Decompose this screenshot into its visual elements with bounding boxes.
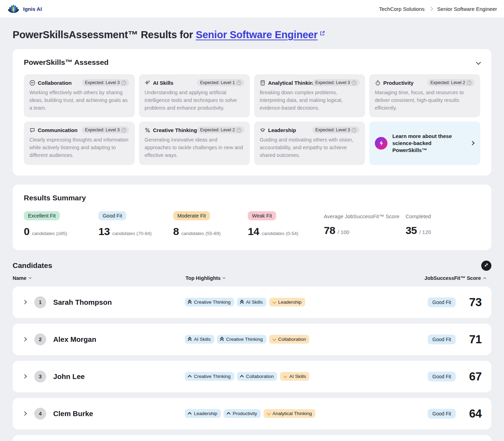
highlight-badge: Collaboration (269, 335, 310, 344)
trend-chevron-icon (188, 411, 192, 416)
skill-grid: Collaboration Expected: Level 3? Working… (24, 74, 480, 165)
breadcrumb: TechCorp Solutions Senior Software Engin… (379, 6, 497, 12)
expected-level-badge[interactable]: Expected: Level 2? (197, 126, 244, 133)
highlight-badge: Collaboration (237, 372, 278, 381)
help-icon[interactable]: ? (121, 128, 126, 132)
row-expand-chevron-icon[interactable] (22, 374, 27, 379)
column-name[interactable]: Name (13, 275, 31, 281)
highlight-badge: AI Skills (237, 298, 266, 306)
row-expand-chevron-icon[interactable] (22, 300, 27, 304)
speech-bubble-icon (29, 127, 35, 133)
trend-chevron-icon (272, 300, 276, 304)
skill-description: Understanding and applying artificial in… (145, 89, 244, 112)
fit-badge: Good Fit (428, 409, 456, 419)
rank-badge: 1 (34, 296, 46, 308)
help-icon[interactable]: ? (237, 128, 241, 132)
stat-sub: candidates (55-69) (181, 231, 221, 236)
highlight-badges: Leadership Productivity Analytical Think… (185, 409, 315, 418)
fit-badge: Good Fit (428, 372, 456, 381)
expand-table-button[interactable] (481, 261, 491, 271)
candidate-row[interactable]: 3 John Lee Creative Thinking Collaborati… (13, 361, 491, 392)
stat-moderate-fit: Moderate Fit 8candidates (55-69) (173, 211, 248, 237)
excellent-fit-badge: Excellent Fit (24, 211, 60, 220)
skill-description: Managing time, focus, and resources to d… (375, 89, 475, 112)
page-title: PowerSkillsAssessment™ Results for Senio… (13, 27, 491, 41)
trend-chevron-icon (188, 300, 192, 304)
average-score-value: 78 (324, 225, 335, 236)
role-link[interactable]: Senior Software Engineer (196, 29, 317, 40)
column-score[interactable]: JobSuccessFit™ Score (425, 275, 486, 281)
powerskills-title: PowerSkills™ Assessed (24, 58, 108, 67)
expected-level-badge[interactable]: Expected: Level 3? (82, 79, 129, 86)
creative-spark-icon (145, 127, 150, 133)
stat-completed: Completed 35/ 120 (406, 211, 480, 236)
brand[interactable]: Ignis AI (7, 2, 42, 15)
row-expand-chevron-icon[interactable] (22, 337, 27, 342)
column-top-highlights[interactable]: Top Highlights (186, 275, 225, 281)
candidate-rows: 1 Sarah Thompson Creative Thinking AI Sk… (13, 287, 491, 441)
lotus-logo-icon (7, 2, 20, 15)
trend-chevron-icon (272, 337, 276, 342)
results-summary-title: Results Summary (24, 194, 480, 202)
highlight-badges: Creative Thinking AI Skills Leadership (185, 298, 305, 306)
score-value: 71 (463, 333, 482, 346)
breadcrumb-chevron-icon (429, 7, 433, 11)
completed-label: Completed (406, 211, 480, 219)
help-icon[interactable]: ? (352, 128, 356, 132)
candidate-row[interactable]: 4 Clem Burke Leadership Productivity Ana… (13, 398, 491, 429)
help-icon[interactable]: ? (352, 81, 356, 85)
sort-chevron-down-icon (28, 276, 31, 279)
results-summary-card: Results Summary Excellent Fit 0candidate… (13, 185, 491, 250)
highlight-badge: Analytical Thinking (264, 409, 315, 418)
expected-level-badge[interactable]: Expected: Level 1? (197, 79, 244, 86)
external-link-icon[interactable] (320, 27, 325, 39)
brand-name: Ignis AI (23, 6, 42, 12)
trend-chevron-icon (227, 411, 231, 416)
sort-chevron-up-icon (483, 277, 486, 280)
skill-name: Creative Thinking (153, 127, 197, 133)
stat-good-fit: Good Fit 13candidates (70-84) (98, 211, 173, 237)
candidate-row[interactable]: 2 Alex Morgan AI Skills Creative Thinkin… (13, 324, 491, 355)
stats-row: Excellent Fit 0candidates (≥85) Good Fit… (24, 211, 480, 237)
learn-more-label: Learn more about these science-backed Po… (392, 133, 466, 154)
candidates-title: Candidates (13, 261, 52, 270)
collapse-chevron-icon[interactable] (476, 60, 481, 65)
highlight-badge: Leadership (185, 409, 221, 418)
good-fit-badge: Good Fit (98, 211, 126, 220)
stat-average-score: Average JobSuccessFit™ Score 78/ 100 (324, 211, 405, 236)
page-title-text: PowerSkillsAssessment™ Results for (13, 29, 193, 40)
learn-more-card[interactable]: Learn more about these science-backed Po… (369, 122, 480, 165)
skill-name: Analytical Thinking (268, 80, 316, 86)
help-icon[interactable]: ? (467, 81, 471, 85)
stat-value: 8 (173, 226, 179, 237)
help-icon[interactable]: ? (121, 81, 126, 85)
highlight-badge: Leadership (269, 298, 305, 306)
skill-description: Breaking down complex problems, interpre… (260, 89, 359, 112)
stat-weak-fit: Weak Fit 14candidates (0-54) (248, 211, 324, 237)
candidate-row[interactable]: 1 Sarah Thompson Creative Thinking AI Sk… (13, 287, 491, 318)
moderate-fit-badge: Moderate Fit (173, 211, 210, 220)
expected-level-badge[interactable]: Expected: Level 2? (427, 79, 475, 86)
skill-card-analytical-thinking: Analytical Thinking Expected: Level 3? B… (254, 74, 365, 117)
skill-card-productivity: Productivity Expected: Level 2? Managing… (369, 74, 480, 117)
breadcrumb-org[interactable]: TechCorp Solutions (379, 6, 425, 12)
expected-level-badge[interactable]: Expected: Level 3? (82, 126, 129, 133)
average-score-denominator: / 100 (338, 229, 349, 235)
expected-level-badge[interactable]: Expected: Level 3? (312, 79, 359, 86)
candidate-row[interactable]: 5 Nils Lofgreen AI Skills Leadership Com… (13, 435, 491, 441)
row-expand-chevron-icon[interactable] (22, 411, 27, 416)
stat-value: 13 (98, 226, 110, 237)
skill-description: Guiding and motivating others with visio… (260, 136, 359, 159)
skill-name: AI Skills (153, 80, 173, 86)
table-header-row: Name Top Highlights JobSuccessFit™ Score (13, 275, 491, 283)
stat-value: 0 (24, 226, 29, 237)
help-icon[interactable]: ? (237, 81, 241, 85)
score-value: 73 (463, 296, 482, 309)
skill-card-collaboration: Collaboration Expected: Level 3? Working… (24, 74, 135, 117)
candidates-section: Candidates Name Top Highlights JobSucces… (13, 261, 491, 441)
rank-badge: 4 (34, 408, 46, 420)
highlight-badge: AI Skills (280, 372, 309, 381)
expand-icon (484, 262, 489, 269)
lightning-bolt-icon (375, 137, 387, 150)
expected-level-badge[interactable]: Expected: Level 3? (312, 126, 359, 133)
